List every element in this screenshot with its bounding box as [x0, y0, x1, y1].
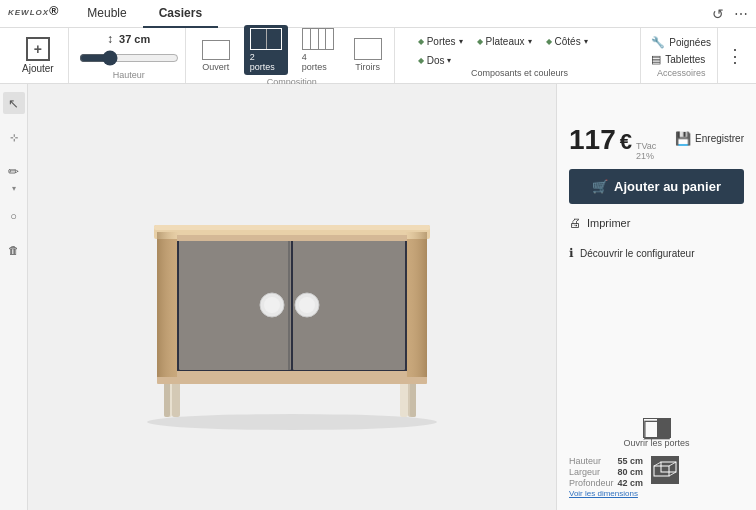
- svg-rect-24: [644, 421, 668, 438]
- comp-ouvert[interactable]: Ouvert: [196, 37, 236, 75]
- height-value: 37 cm: [119, 33, 150, 45]
- comp-2portes[interactable]: 2 portes: [244, 25, 288, 75]
- cart-icon: 🛒: [592, 179, 608, 194]
- add-section: + Ajouter: [8, 28, 69, 83]
- portes-diamond-icon: ◆: [418, 37, 424, 46]
- brand-logo: KEWLOX®: [8, 4, 59, 24]
- plateaux-diamond-icon: ◆: [477, 37, 483, 46]
- discover-button[interactable]: ℹ Découvrir le configurateur: [569, 242, 744, 264]
- plateaux-button[interactable]: ◆ Plateaux ▾: [472, 34, 537, 49]
- dos-chevron-icon: ▾: [447, 56, 451, 65]
- add-icon: +: [26, 37, 50, 61]
- circle-tool[interactable]: ○: [3, 205, 25, 227]
- dimensions-icon: [651, 456, 679, 484]
- cotes-button[interactable]: ◆ Côtés ▾: [541, 34, 593, 49]
- furniture-preview: [82, 157, 502, 437]
- components-label: Composants et couleurs: [471, 68, 568, 78]
- tab-meuble[interactable]: Meuble: [71, 0, 142, 28]
- dimensions-link[interactable]: Voir les dimensions: [569, 489, 638, 498]
- svg-rect-11: [154, 225, 430, 230]
- cotes-chevron-icon: ▾: [584, 37, 588, 46]
- components-section: ◆ Portes ▾ ◆ Plateaux ▾ ◆ Côtés ▾ ◆ Dos …: [399, 28, 642, 83]
- comp-4portes[interactable]: 4 portes: [296, 25, 340, 75]
- toolbar-more-button[interactable]: ⋮: [722, 45, 748, 67]
- height-section: ↕ 37 cm Hauteur: [73, 28, 186, 83]
- svg-rect-21: [177, 235, 407, 241]
- undo-icon[interactable]: ↺: [712, 6, 724, 22]
- accessories-label: Accessoires: [657, 68, 706, 78]
- main-toolbar: + Ajouter ↕ 37 cm Hauteur Ouvert: [0, 28, 756, 84]
- svg-rect-23: [405, 232, 427, 377]
- portes-button[interactable]: ◆ Portes ▾: [413, 34, 468, 49]
- height-icon: ↕: [107, 32, 113, 46]
- save-icon: 💾: [675, 131, 691, 146]
- print-button[interactable]: 🖨 Imprimer: [569, 212, 744, 234]
- select-tool[interactable]: ↖: [3, 92, 25, 114]
- canvas-area: [28, 84, 556, 510]
- cursor-tool[interactable]: ⊹: [3, 126, 25, 148]
- more-icon[interactable]: ⋯: [734, 6, 748, 22]
- tablettes-button[interactable]: ▤ Tablettes: [651, 51, 711, 68]
- svg-point-19: [299, 297, 315, 313]
- price-display: 117 € TVac 21%: [569, 124, 675, 161]
- tablettes-icon: ▤: [651, 53, 661, 66]
- svg-rect-26: [651, 456, 679, 484]
- bottom-info: Ouvrir les portes Hauteur Largeur Profon…: [569, 418, 744, 498]
- svg-point-0: [147, 414, 437, 430]
- left-sidebar: ↖ ⊹ ✏ ▾ ○ 🗑: [0, 84, 28, 510]
- info-icon: ℹ: [569, 246, 574, 260]
- accessories-section: 🔧 Poignées ▤ Tablettes Accessoires: [645, 28, 718, 83]
- comp-tiroirs[interactable]: Tiroirs: [348, 35, 388, 75]
- save-button[interactable]: 💾 Enregistrer: [675, 131, 744, 146]
- poignees-button[interactable]: 🔧 Poignées: [651, 34, 711, 51]
- comp-4portes-icon: [302, 28, 334, 50]
- print-icon: 🖨: [569, 216, 581, 230]
- plateaux-chevron-icon: ▾: [528, 37, 532, 46]
- composition-options: Ouvert 2 portes 4 portes: [196, 25, 388, 75]
- cotes-diamond-icon: ◆: [546, 37, 552, 46]
- door-preview-icon: [643, 418, 671, 438]
- comp-2portes-icon: [250, 28, 282, 50]
- add-to-cart-button[interactable]: 🛒 Ajouter au panier: [569, 169, 744, 204]
- main-area: ↖ ⊹ ✏ ▾ ○ 🗑: [0, 84, 756, 510]
- svg-rect-22: [157, 232, 179, 377]
- tab-casiers[interactable]: Casiers: [143, 0, 218, 28]
- dos-diamond-icon: ◆: [418, 56, 424, 65]
- svg-point-16: [264, 297, 280, 313]
- dimensions-display: Hauteur Largeur Profondeur 55 cm 80 cm 4…: [569, 456, 744, 498]
- right-panel: 117 € TVac 21% 💾 Enregistrer 🛒 Ajouter a…: [556, 84, 756, 510]
- nav-action-icons: ↺ ⋯: [712, 6, 748, 22]
- trash-tool[interactable]: 🗑: [3, 239, 25, 261]
- dos-button[interactable]: ◆ Dos ▾: [413, 53, 457, 68]
- composition-section: Ouvert 2 portes 4 portes: [190, 28, 395, 83]
- poignees-icon: 🔧: [651, 36, 665, 49]
- height-slider[interactable]: [79, 50, 179, 66]
- height-label: Hauteur: [113, 70, 145, 80]
- comp-ouvert-icon: [202, 40, 230, 60]
- comp-tiroirs-icon: [354, 38, 382, 60]
- svg-rect-25: [657, 421, 669, 438]
- portes-chevron-icon: ▾: [459, 37, 463, 46]
- pen-tool[interactable]: ✏: [3, 160, 25, 182]
- add-button[interactable]: + Ajouter: [14, 33, 62, 78]
